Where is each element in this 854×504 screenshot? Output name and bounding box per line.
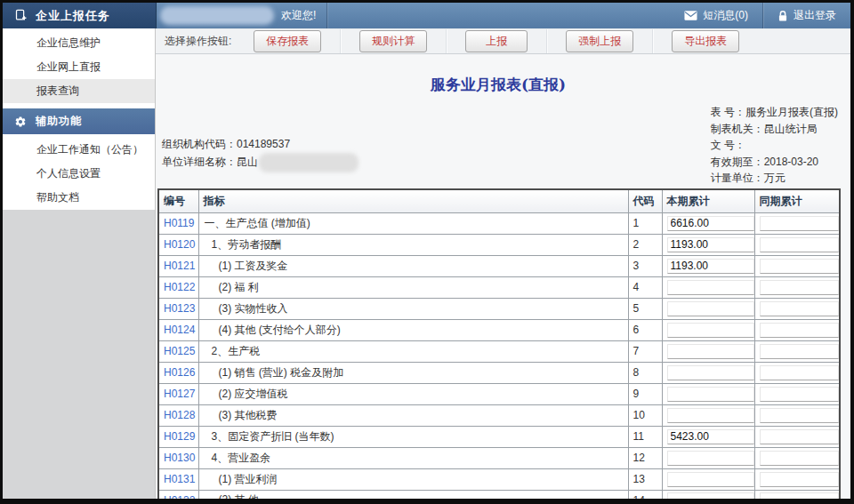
rule-calculate-button[interactable]: 规则计算 [359, 30, 427, 52]
row-indicator: (1) 工资及奖金 [198, 255, 628, 276]
same-period-input[interactable] [760, 492, 840, 499]
table-header-row: 编号 指标 代码 本期累计 同期累计 [158, 189, 840, 212]
sidebar-item-work-notice[interactable]: 企业工作通知（公告） [3, 138, 155, 162]
row-indicator: (2) 其 他 [198, 490, 628, 499]
current-period-input[interactable] [667, 472, 754, 487]
row-code-link[interactable]: H0127 [164, 388, 195, 400]
row-seq: 14 [628, 490, 662, 499]
table-row: H0131(1) 营业利润13 [158, 468, 840, 490]
unit-name-value: 昆山 [237, 156, 258, 168]
current-period-input[interactable] [667, 408, 754, 423]
same-period-input[interactable] [760, 280, 840, 295]
logout-button[interactable]: 退出登录 [763, 3, 850, 28]
submit-button[interactable]: 上报 [465, 30, 528, 52]
app-title: 企业上报任务 [36, 8, 110, 24]
current-period-input[interactable] [667, 365, 754, 380]
row-indicator: 一、生产总值 (增加值) [198, 212, 628, 234]
sidebar-group-report-tasks[interactable]: 企业上报任务 [3, 3, 156, 28]
row-seq: 13 [628, 468, 662, 490]
table-row: H01304、营业盈余12 [158, 447, 840, 468]
same-period-input[interactable] [760, 387, 840, 402]
same-period-input[interactable] [760, 365, 840, 380]
same-period-input[interactable] [760, 323, 840, 338]
table-row: H0126(1) 销售 (营业) 税金及附加8 [158, 362, 840, 383]
same-period-input[interactable] [760, 344, 840, 359]
row-code-link[interactable]: H0119 [164, 217, 194, 229]
top-bar-right: 欢迎您! 短消息(0) [156, 3, 850, 28]
unit-name-line: 单位详细名称：昆山 [162, 153, 359, 172]
file-plus-icon [14, 9, 28, 22]
report-title: 服务业月报表(直报) [157, 75, 839, 95]
header-same-period: 同期累计 [754, 189, 840, 212]
meta-line-doc-no: 文 号： [711, 137, 838, 154]
table-row: H0132(2) 其 他14 [158, 490, 840, 499]
toolbar-label: 选择操作按钮: [165, 34, 235, 49]
current-period-input[interactable] [667, 429, 754, 444]
row-code-link[interactable]: H0120 [164, 238, 195, 251]
lock-icon [777, 10, 788, 22]
row-code-link[interactable]: H0129 [164, 430, 195, 443]
current-period-input[interactable] [667, 259, 754, 274]
row-seq: 8 [628, 362, 662, 383]
current-period-input[interactable] [667, 344, 754, 359]
sidebar-item-help-docs[interactable]: 帮助文档 [3, 186, 155, 210]
sidebar-item-online-report[interactable]: 企业网上直报 [3, 55, 155, 79]
row-indicator: (4) 其他 (支付给个人部分) [198, 319, 628, 340]
sidebar-group-aux-functions[interactable]: 辅助功能 [3, 108, 155, 134]
same-period-input[interactable] [760, 216, 840, 231]
sidebar-item-personal-settings[interactable]: 个人信息设置 [3, 162, 155, 186]
current-period-input[interactable] [667, 451, 754, 466]
same-period-input[interactable] [760, 429, 840, 444]
force-submit-button[interactable]: 强制上报 [566, 30, 633, 52]
current-period-input[interactable] [667, 492, 754, 499]
same-period-input[interactable] [760, 451, 840, 466]
row-seq: 1 [628, 212, 662, 234]
row-indicator: 1、劳动者报酬 [198, 234, 628, 255]
org-info-block: 组织机构代码：014189537 单位详细名称：昆山 [162, 135, 359, 172]
current-period-input[interactable] [667, 280, 754, 295]
row-indicator: (3) 其他税费 [198, 404, 628, 426]
same-period-input[interactable] [760, 237, 840, 252]
current-period-input[interactable] [667, 216, 754, 231]
row-code-link[interactable]: H0126 [164, 366, 195, 379]
top-bar: 企业上报任务 欢迎您! 短消息(0) [3, 3, 850, 28]
sidebar-item-report-query[interactable]: 报表查询 [3, 79, 155, 103]
row-code-link[interactable]: H0121 [164, 260, 195, 272]
same-period-input[interactable] [760, 259, 840, 274]
table-row: H0128(3) 其他税费10 [158, 404, 840, 426]
export-report-button[interactable]: 导出报表 [672, 30, 739, 52]
org-code-label: 组织机构代码： [162, 138, 237, 150]
app-window: 企业上报任务 欢迎您! 短消息(0) [3, 3, 850, 499]
row-code-link[interactable]: H0122 [164, 281, 195, 293]
row-indicator: (1) 销售 (营业) 税金及附加 [198, 362, 628, 383]
current-period-input[interactable] [667, 301, 754, 316]
current-period-input[interactable] [667, 323, 754, 338]
same-period-input[interactable] [760, 472, 840, 487]
table-row: H0123(3) 实物性收入5 [158, 298, 840, 319]
table-row: H01201、劳动者报酬2 [158, 234, 840, 255]
sidebar-filler [3, 210, 155, 499]
sidebar: 企业信息维护 企业网上直报 报表查询 辅助功能 企业工作通知（公告） 个人信息设… [3, 28, 156, 499]
row-seq: 5 [628, 298, 662, 319]
sidebar-item-enterprise-info[interactable]: 企业信息维护 [3, 31, 155, 55]
row-code-link[interactable]: H0130 [164, 452, 195, 464]
messages-label: 短消息(0) [703, 8, 748, 23]
row-code-link[interactable]: H0123 [164, 302, 195, 315]
current-period-input[interactable] [667, 387, 754, 402]
messages-button[interactable]: 短消息(0) [670, 3, 762, 28]
row-seq: 3 [628, 255, 662, 276]
row-code-link[interactable]: H0132 [164, 494, 195, 499]
row-indicator: 3、固定资产折旧 (当年数) [198, 426, 628, 447]
row-code-link[interactable]: H0125 [164, 345, 195, 357]
row-seq: 9 [628, 383, 662, 404]
save-report-button[interactable]: 保存报表 [254, 30, 321, 52]
table-row: H01252、生产税7 [158, 340, 840, 362]
row-code-link[interactable]: H0128 [164, 409, 195, 421]
row-code-link[interactable]: H0124 [164, 324, 195, 336]
same-period-input[interactable] [760, 408, 840, 423]
same-period-input[interactable] [760, 301, 840, 316]
current-period-input[interactable] [667, 237, 754, 252]
row-code-link[interactable]: H0131 [164, 473, 195, 485]
envelope-icon [684, 11, 697, 20]
org-code-value: 014189537 [237, 138, 290, 150]
